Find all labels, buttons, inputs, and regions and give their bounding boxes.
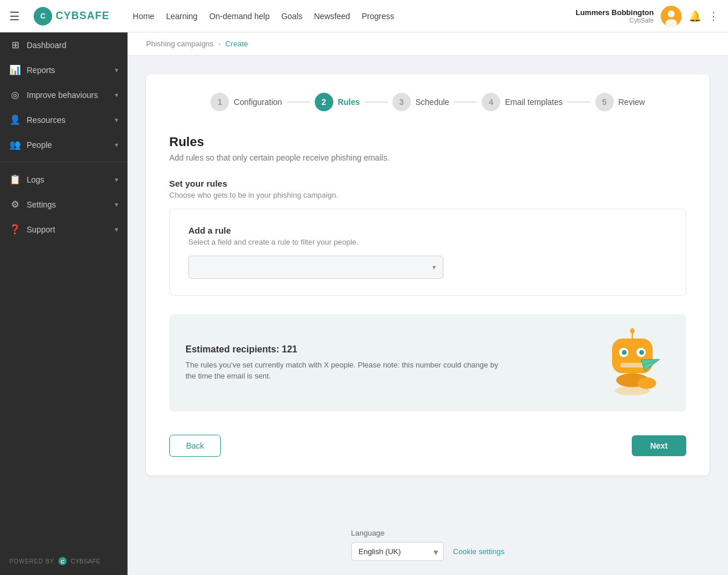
recipients-text: Estimated recipients: 121 The rules you'… <box>185 344 510 382</box>
set-rules-title: Set your rules <box>169 179 686 188</box>
step-label-2: Rules <box>338 97 360 107</box>
svg-point-13 <box>639 350 644 355</box>
rules-subtitle: Add rules so that only certain people re… <box>169 153 686 162</box>
chevron-down-icon: ▾ <box>115 66 118 74</box>
bell-icon[interactable]: 🔔 <box>689 10 701 23</box>
svg-point-8 <box>630 329 635 333</box>
user-name: Lummers Bobbington <box>576 8 654 17</box>
step-connector <box>567 101 591 103</box>
svg-rect-14 <box>620 363 645 367</box>
language-label: Language <box>351 529 385 537</box>
user-org: CybSafe <box>576 17 654 24</box>
nav-home[interactable]: Home <box>133 9 154 23</box>
recipients-title: Estimated recipients: 121 <box>185 344 510 355</box>
step-circle-3: 3 <box>392 93 411 111</box>
add-rule-subtitle: Select a field and create a rule to filt… <box>188 238 667 246</box>
nav-buttons: Back Next <box>169 435 686 457</box>
step-email-templates[interactable]: 4 Email templates <box>482 93 563 111</box>
step-connector <box>454 101 477 103</box>
sidebar-item-settings[interactable]: ⚙ Settings ▾ <box>0 192 128 217</box>
logo[interactable]: C CYBSAFE <box>34 7 110 26</box>
top-navigation: ☰ C CYBSAFE Home Learning On-demand help… <box>0 0 728 32</box>
improve-icon: ◎ <box>9 89 21 100</box>
nav-on-demand-help[interactable]: On-demand help <box>209 9 270 23</box>
step-circle-5: 5 <box>595 93 614 111</box>
sidebar-item-reports[interactable]: 📊 Reports ▾ <box>0 57 128 82</box>
more-icon[interactable]: ⋮ <box>708 10 719 23</box>
chevron-down-icon: ▾ <box>115 201 118 209</box>
nav-learning[interactable]: Learning <box>166 9 198 23</box>
sidebar-divider <box>0 162 128 162</box>
language-select[interactable]: English (UK) <box>351 542 444 561</box>
sidebar-item-label: Logs <box>27 175 109 184</box>
sidebar-item-label: Resources <box>27 115 109 125</box>
language-select-wrapper: English (UK) <box>351 542 444 561</box>
step-review[interactable]: 5 Review <box>595 93 645 111</box>
sidebar-item-label: Support <box>27 225 109 234</box>
breadcrumb-phishing-campaigns[interactable]: Phishing campaigns <box>146 39 213 48</box>
robot-illustration <box>600 328 670 398</box>
people-icon: 👥 <box>9 139 21 150</box>
rules-title: Rules <box>169 134 686 150</box>
logo-icon: C <box>34 7 52 26</box>
back-button[interactable]: Back <box>169 435 221 457</box>
support-icon: ❓ <box>9 224 21 235</box>
step-circle-1: 1 <box>210 93 229 111</box>
resources-icon: 👤 <box>9 114 21 125</box>
sidebar-item-people[interactable]: 👥 People ▾ <box>0 132 128 157</box>
step-label-4: Email templates <box>505 97 563 107</box>
main-layout: ⊞ Dashboard 📊 Reports ▾ ◎ Improve behavi… <box>0 32 728 575</box>
user-info: Lummers Bobbington CybSafe <box>576 8 654 24</box>
sidebar-item-label: People <box>27 140 109 150</box>
nav-links: Home Learning On-demand help Goals Newsf… <box>133 9 394 23</box>
hamburger-icon[interactable]: ☰ <box>9 9 20 23</box>
chevron-down-icon: ▾ <box>115 91 118 99</box>
chevron-down-icon: ▾ <box>115 225 118 234</box>
breadcrumb: Phishing campaigns › Create <box>128 32 728 56</box>
step-configuration[interactable]: 1 Configuration <box>210 93 282 111</box>
step-connector <box>287 101 310 103</box>
sidebar-item-support[interactable]: ❓ Support ▾ <box>0 217 128 242</box>
sidebar-item-improve-behaviours[interactable]: ◎ Improve behaviours ▾ <box>0 82 128 107</box>
logs-icon: 📋 <box>9 174 21 185</box>
avatar[interactable] <box>661 6 682 27</box>
svg-text:C: C <box>41 12 46 20</box>
sidebar-item-resources[interactable]: 👤 Resources ▾ <box>0 107 128 132</box>
svg-text:C: C <box>61 559 65 565</box>
content-area: 1 Configuration 2 Rules 3 Schedule <box>128 56 728 515</box>
cookie-settings-link[interactable]: Cookie settings <box>453 547 505 556</box>
next-button[interactable]: Next <box>632 435 686 456</box>
logo-text: CYBSAFE <box>56 10 110 22</box>
step-label-1: Configuration <box>234 97 282 107</box>
stepper: 1 Configuration 2 Rules 3 Schedule <box>169 93 686 111</box>
svg-point-3 <box>668 10 675 17</box>
svg-point-19 <box>615 386 650 395</box>
sidebar-item-logs[interactable]: 📋 Logs ▾ <box>0 167 128 192</box>
chevron-down-icon: ▾ <box>432 263 436 271</box>
sidebar-item-dashboard[interactable]: ⊞ Dashboard <box>0 32 128 57</box>
dashboard-icon: ⊞ <box>9 39 21 50</box>
footer: Language English (UK) Cookie settings <box>128 515 728 575</box>
recipients-description: The rules you've set currently match wit… <box>185 359 510 382</box>
step-label-5: Review <box>618 97 645 107</box>
sidebar-item-label: Dashboard <box>27 41 118 50</box>
step-schedule[interactable]: 3 Schedule <box>392 93 449 111</box>
sidebar-item-label: Reports <box>27 65 109 75</box>
nav-progress[interactable]: Progress <box>362 9 394 23</box>
reports-icon: 📊 <box>9 64 21 75</box>
nav-newsfeed[interactable]: Newsfeed <box>314 9 350 23</box>
breadcrumb-create: Create <box>225 39 248 48</box>
svg-point-12 <box>622 350 627 355</box>
powered-logo-text: CYBSAFE <box>71 558 100 565</box>
sidebar-bottom: POWERED BY C CYBSAFE <box>0 547 128 575</box>
nav-goals[interactable]: Goals <box>281 9 303 23</box>
rule-box: Add a rule Select a field and create a r… <box>169 209 686 296</box>
breadcrumb-separator: › <box>218 39 220 48</box>
recipients-box: Estimated recipients: 121 The rules you'… <box>169 314 686 412</box>
step-rules[interactable]: 2 Rules <box>315 93 360 111</box>
settings-icon: ⚙ <box>9 199 21 210</box>
sidebar-item-label: Settings <box>27 200 109 209</box>
chevron-down-icon: ▾ <box>115 116 118 124</box>
step-circle-2: 2 <box>315 93 333 111</box>
rule-dropdown[interactable]: ▾ <box>188 256 443 279</box>
